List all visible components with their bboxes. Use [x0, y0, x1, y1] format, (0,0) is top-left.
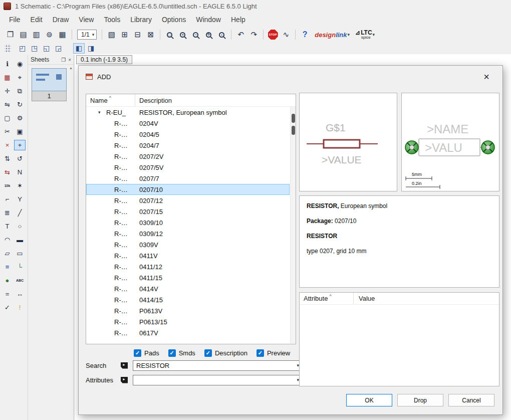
gateswap-tool-icon[interactable]: ⇆	[2, 167, 13, 177]
sheet-thumbnail[interactable]: 1	[32, 68, 68, 101]
close-icon[interactable]: ×	[483, 72, 489, 82]
polygon-tool-icon[interactable]: ▱	[2, 248, 13, 259]
board-icon[interactable]: ▦	[56, 29, 69, 41]
tree-row[interactable]: R-… 0309/12	[86, 228, 290, 239]
frame-tool-icon[interactable]: ▭	[14, 248, 26, 259]
cut-tool-icon[interactable]: ✂	[2, 126, 13, 137]
tree-row[interactable]: R-… 0204/5	[86, 129, 290, 140]
frame-split-icon[interactable]: ◰	[17, 43, 28, 54]
column-header-attribute[interactable]: Attribute ^	[300, 293, 354, 304]
split-tool-icon[interactable]: Y	[14, 194, 26, 204]
tree-row[interactable]: R-… 0207/10	[86, 184, 290, 195]
tree-row[interactable]: R-… 0414/15	[86, 294, 290, 305]
attribute-tool-icon[interactable]: =	[2, 289, 13, 299]
column-header-value[interactable]: Value	[354, 295, 375, 302]
tree-row[interactable]: R-… 0207/15	[86, 206, 290, 217]
attributes-options-icon[interactable]	[121, 377, 128, 383]
menu-item[interactable]: Draw	[48, 14, 74, 26]
ltcspice-button[interactable]: ⊿LTC spice	[355, 30, 372, 40]
dimension-tool-icon[interactable]: ↔	[14, 289, 26, 299]
invoke-tool-icon[interactable]: ≣	[2, 207, 13, 218]
label-tool-icon[interactable]: ABC	[14, 275, 26, 286]
frame-right-icon[interactable]: ◳	[29, 43, 40, 54]
rotate-tool-icon[interactable]: ↻	[14, 99, 26, 110]
tree-row[interactable]: R-… 0411/12	[86, 261, 290, 272]
chevron-down-icon[interactable]: ▾	[373, 32, 375, 37]
wire-tool-icon[interactable]: ╱	[14, 207, 26, 218]
frame-quad-icon[interactable]: ◲	[53, 43, 64, 54]
display-tool-icon[interactable]: ▦	[2, 72, 13, 83]
simulate-icon[interactable]: ∿	[280, 29, 292, 41]
pane-left-icon[interactable]: ◧	[73, 43, 85, 54]
option-checkbox[interactable]: Smds	[168, 349, 195, 357]
search-options-icon[interactable]	[121, 362, 128, 369]
tree-row[interactable]: R-… 0207/12	[86, 195, 290, 206]
errors-tool-icon[interactable]: !	[14, 302, 26, 313]
tree-row[interactable]: R-… 0617V	[86, 327, 290, 338]
tree-row[interactable]: R-… P0613V	[86, 305, 290, 316]
menu-item[interactable]: Tools	[99, 14, 125, 26]
tree-row[interactable]: R-… 0309/10	[86, 217, 290, 228]
open-icon[interactable]: ❐	[4, 29, 17, 41]
show-tool-icon[interactable]: ◉	[14, 59, 26, 69]
delete-tool-icon[interactable]: ×	[2, 140, 13, 150]
name-tool-icon[interactable]: N	[14, 167, 26, 177]
zoom-select-icon[interactable]: ▪	[215, 29, 228, 41]
tree-row[interactable]: R-… 0207/5V	[86, 162, 290, 173]
tree-root-row[interactable]: ▾ R-EU_ RESISTOR, European symbol	[86, 107, 290, 118]
replace-tool-icon[interactable]: ↺	[14, 153, 26, 164]
attributes-input[interactable]: ▾	[133, 375, 302, 385]
menu-item[interactable]: Edit	[26, 14, 48, 26]
sheet-thumbnail-image[interactable]	[32, 68, 67, 91]
cam-icon[interactable]: ⊚	[43, 29, 56, 41]
save-icon[interactable]: ▤	[17, 29, 30, 41]
menu-item[interactable]: Help	[226, 14, 250, 26]
pinswap-tool-icon[interactable]: ⇅	[2, 153, 13, 164]
tree-row[interactable]: R-… 0207/7	[86, 173, 290, 184]
value-tool-icon[interactable]: 10k	[2, 180, 13, 191]
scroll-up-icon[interactable]: ▲	[69, 66, 73, 70]
circle-tool-icon[interactable]: ○	[14, 221, 26, 232]
help-button[interactable]: ?	[299, 29, 311, 41]
tree-scrollbar[interactable]	[290, 107, 296, 343]
miter-tool-icon[interactable]: ⌐	[2, 194, 13, 204]
pane-right-icon[interactable]: ◨	[85, 43, 97, 54]
mirror-tool-icon[interactable]: ⇋	[2, 99, 13, 110]
smash-tool-icon[interactable]: ✶	[14, 180, 26, 191]
zoom-in-icon[interactable]: +	[176, 29, 189, 41]
undo-icon[interactable]: ↶	[234, 29, 247, 41]
column-header-description[interactable]: Description	[135, 97, 172, 104]
tree-row[interactable]: R-… 0204V	[86, 118, 290, 129]
chevron-down-icon[interactable]: ▾	[348, 32, 350, 37]
menu-item[interactable]: View	[74, 14, 99, 26]
expander-icon[interactable]: ▾	[98, 110, 101, 115]
redo-icon[interactable]: ↷	[247, 29, 260, 41]
bus-tool-icon[interactable]: ≡	[2, 262, 13, 272]
tree-row[interactable]: R-… P0613/15	[86, 316, 290, 327]
frame-bottom-icon[interactable]: ◱	[41, 43, 52, 54]
arc-tool-icon[interactable]: ◠	[2, 235, 13, 245]
tree-row[interactable]: R-… 0204/7	[86, 140, 290, 151]
sheet-grid-icon[interactable]: ⊠	[144, 29, 157, 41]
stop-icon[interactable]: STOP	[267, 29, 279, 41]
tree-row[interactable]: R-… 0411/15	[86, 272, 290, 283]
change-tool-icon[interactable]: ⚙	[14, 113, 26, 123]
zoom-out-icon[interactable]: −	[189, 29, 202, 41]
sheet-selector[interactable]: 1/1 ▾	[77, 30, 97, 40]
menu-item[interactable]: Options	[157, 14, 191, 26]
menu-item[interactable]: File	[4, 14, 26, 26]
info-tool-icon[interactable]: ℹ	[2, 59, 13, 69]
cancel-button[interactable]: Cancel	[448, 394, 494, 406]
sheet-remove-icon[interactable]: ⊟	[131, 29, 144, 41]
load-library-icon[interactable]: ▧	[105, 29, 118, 41]
copy-tool-icon[interactable]: ⧉	[14, 86, 26, 96]
designlink-button[interactable]: designlink	[315, 31, 347, 39]
move-tool-icon[interactable]: ✛	[2, 86, 13, 96]
float-panel-icon[interactable]: ❐	[61, 57, 66, 63]
erc-tool-icon[interactable]: ✓	[2, 302, 13, 313]
paste-tool-icon[interactable]: ▣	[14, 126, 26, 137]
option-checkbox[interactable]: Description	[204, 349, 247, 357]
close-panel-icon[interactable]: ×	[68, 57, 71, 63]
tree-row[interactable]: R-… 0414V	[86, 283, 290, 294]
tree-row[interactable]: R-… 0411V	[86, 250, 290, 261]
